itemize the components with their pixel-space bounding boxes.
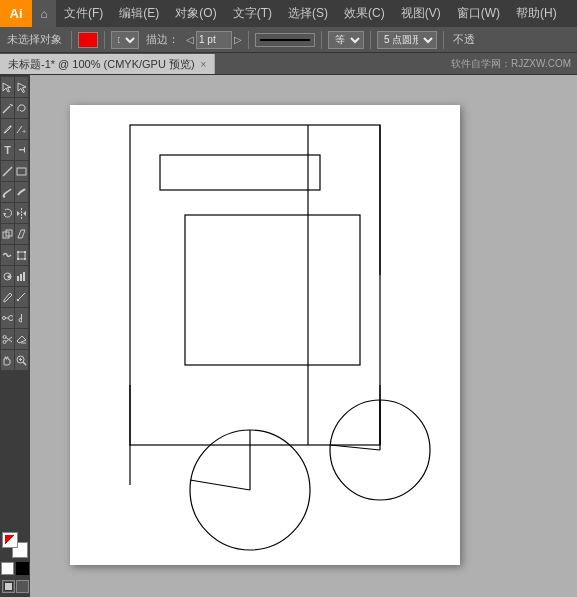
tool-row-11 <box>1 287 29 307</box>
magic-wand-tool[interactable] <box>1 98 14 118</box>
svg-rect-43 <box>18 582 27 591</box>
add-anchor-tool[interactable]: + <box>15 119 28 139</box>
svg-line-55 <box>330 445 380 450</box>
measure-tool[interactable] <box>15 287 28 307</box>
menu-file[interactable]: 文件(F) <box>56 0 111 27</box>
fullscreen-btn[interactable] <box>16 580 29 593</box>
eyedropper-tool[interactable] <box>1 287 14 307</box>
blend-tool[interactable] <box>1 308 14 328</box>
blob-brush-tool[interactable] <box>15 182 28 202</box>
stroke-width-input[interactable] <box>196 31 232 49</box>
column-graph-tool[interactable] <box>15 266 28 286</box>
menu-object[interactable]: 对象(O) <box>167 0 224 27</box>
tool-row-1 <box>1 77 29 97</box>
svg-point-30 <box>9 315 14 320</box>
tool-row-9 <box>1 245 29 265</box>
brush-select[interactable]: 5 点圆形 <box>377 31 437 49</box>
ratio-select[interactable]: 等比 <box>328 31 364 49</box>
toolbar: 未选择对象 □ 描边： ◁ ▷ 等比 5 点圆形 不透 <box>0 27 577 53</box>
svg-point-6 <box>10 125 12 127</box>
stroke-preview <box>255 33 315 47</box>
toolbar-divider-2 <box>104 31 105 49</box>
toolbar-status: 未选择对象 <box>4 32 65 47</box>
status-text: 未选择对象 <box>7 32 62 47</box>
color-controls <box>1 532 29 593</box>
vertical-type-tool[interactable]: T <box>15 140 28 160</box>
scale-tool[interactable] <box>1 224 14 244</box>
tool-row-8 <box>1 224 29 244</box>
menu-view[interactable]: 视图(V) <box>393 0 449 27</box>
shear-tool[interactable] <box>15 224 28 244</box>
line-tool[interactable] <box>1 161 14 181</box>
tool-row-5 <box>1 161 29 181</box>
svg-rect-20 <box>17 258 19 260</box>
svg-rect-46 <box>185 215 360 365</box>
svg-marker-14 <box>23 211 26 216</box>
svg-text:★: ★ <box>6 273 12 280</box>
fg-bg-colors[interactable] <box>2 532 28 558</box>
toolbar-divider-4 <box>321 31 322 49</box>
svg-line-8 <box>3 167 12 176</box>
tab-title: 未标题-1* @ 100% (CMYK/GPU 预览) <box>8 57 195 72</box>
svg-text:+: + <box>22 128 26 135</box>
free-transform-tool[interactable] <box>15 245 28 265</box>
type-icon: T <box>4 144 11 156</box>
menu-edit[interactable]: 编辑(E) <box>111 0 167 27</box>
hand-tool[interactable] <box>1 350 14 370</box>
normal-view-btn[interactable] <box>2 580 15 593</box>
foreground-color-swatch[interactable] <box>2 532 18 548</box>
svg-rect-19 <box>24 251 26 253</box>
zoom-tool[interactable] <box>15 350 28 370</box>
eraser-tool[interactable] <box>15 329 28 349</box>
menu-help[interactable]: 帮助(H) <box>508 0 565 27</box>
fg-color-fill <box>5 535 15 545</box>
opacity-label: 不透 <box>450 32 478 47</box>
ai-logo: Ai <box>0 0 32 27</box>
paintbrush-tool[interactable] <box>1 182 14 202</box>
menu-bar: Ai ⌂ 文件(F) 编辑(E) 对象(O) 文字(T) 选择(S) 效果(C)… <box>0 0 577 27</box>
svg-rect-26 <box>23 272 25 281</box>
fill-color[interactable] <box>78 32 98 48</box>
stroke-style-select[interactable]: □ <box>111 31 139 49</box>
home-icon[interactable]: ⌂ <box>32 0 56 27</box>
pen-tool[interactable] <box>1 119 14 139</box>
svg-point-10 <box>3 195 5 197</box>
tool-row-6 <box>1 182 29 202</box>
main-area: + T T <box>0 75 577 597</box>
menu-text[interactable]: 文字(T) <box>225 0 280 27</box>
svg-line-2 <box>3 106 10 113</box>
rect-tool[interactable] <box>15 161 28 181</box>
lasso-tool[interactable] <box>15 98 28 118</box>
stroke-unit-icon: ◁ <box>186 34 194 45</box>
toolbar-divider-5 <box>370 31 371 49</box>
menu-window[interactable]: 窗口(W) <box>449 0 508 27</box>
tool-row-14 <box>1 350 29 370</box>
scissors-tool[interactable] <box>1 329 14 349</box>
tools-panel: + T T <box>0 75 30 597</box>
menu-effect[interactable]: 效果(C) <box>336 0 393 27</box>
black-swatch[interactable] <box>16 562 29 575</box>
select-tool[interactable] <box>1 77 14 97</box>
tab-close-button[interactable]: × <box>201 59 207 70</box>
type-tool[interactable]: T <box>1 140 14 160</box>
svg-rect-25 <box>20 274 22 281</box>
toolbar-divider-6 <box>443 31 444 49</box>
white-swatch[interactable] <box>1 562 14 575</box>
svg-rect-44 <box>130 125 380 445</box>
warp-tool[interactable] <box>1 245 14 265</box>
tool-row-2 <box>1 98 29 118</box>
reflect-tool[interactable] <box>15 203 28 223</box>
document-tab[interactable]: 未标题-1* @ 100% (CMYK/GPU 预览) × <box>0 54 215 74</box>
music-drawing <box>70 105 460 565</box>
live-paint-tool[interactable] <box>15 308 28 328</box>
menu-select[interactable]: 选择(S) <box>280 0 336 27</box>
rotate-tool[interactable] <box>1 203 14 223</box>
svg-rect-18 <box>17 251 19 253</box>
direct-select-tool[interactable] <box>15 77 28 97</box>
stroke-up-icon: ▷ <box>234 34 242 45</box>
symbol-tool[interactable]: ★ <box>1 266 14 286</box>
svg-rect-24 <box>17 276 19 281</box>
tool-row-12 <box>1 308 29 328</box>
svg-rect-21 <box>24 258 26 260</box>
tool-row-13 <box>1 329 29 349</box>
